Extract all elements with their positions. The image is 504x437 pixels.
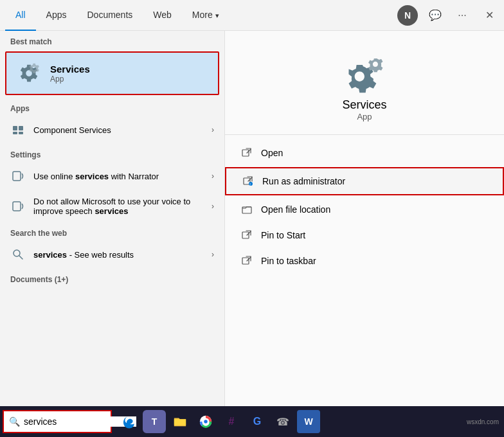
right-app-subtitle: App	[357, 112, 372, 121]
svg-rect-4	[13, 172, 21, 181]
close-icon[interactable]: ✕	[480, 6, 499, 25]
list-item-voice[interactable]: Do not allow Microsoft to use your voice…	[0, 190, 224, 222]
search-bar[interactable]: 🔍	[3, 410, 112, 433]
voice-icon	[10, 199, 26, 214]
best-match-label: Best match	[0, 31, 224, 49]
pin-start-menu-item[interactable]: Pin to Start	[225, 222, 504, 248]
search-icon: 🔍	[9, 416, 20, 427]
user-avatar[interactable]: N	[397, 5, 418, 26]
nav-right: N 💬 ··· ✕	[397, 5, 499, 26]
right-app-title: Services	[342, 98, 386, 112]
svg-point-21	[204, 420, 208, 424]
word-icon[interactable]: W	[297, 410, 320, 433]
nav-tabs: All Apps Documents Web More	[5, 0, 230, 31]
tab-web[interactable]: Web	[143, 0, 182, 31]
list-item-web-search[interactable]: services - See web results	[0, 240, 224, 269]
web-search-label: services - See web results	[33, 250, 212, 260]
arrow-icon	[212, 125, 214, 134]
left-panel: Best match Services App Apps	[0, 31, 225, 411]
tab-all[interactable]: All	[5, 0, 36, 31]
best-match-subtitle: App	[50, 75, 90, 84]
best-match-item[interactable]: Services App	[5, 51, 219, 95]
web-section-label: Search the web	[0, 222, 224, 240]
services-large-icon	[339, 57, 390, 98]
watermark: wsxdn.com	[467, 418, 499, 425]
list-item-narrator[interactable]: Use online services with Narrator	[0, 162, 224, 190]
svg-rect-0	[13, 126, 17, 130]
top-nav: All Apps Documents Web More N 💬 ··· ✕	[0, 0, 504, 31]
arrow-icon-3	[212, 202, 214, 211]
right-menu: Open ! Run as administrator	[225, 135, 504, 279]
svg-rect-3	[19, 132, 23, 134]
pin-taskbar-icon	[240, 254, 253, 267]
open-file-location-menu-item[interactable]: Open file location	[225, 197, 504, 222]
tab-documents[interactable]: Documents	[76, 0, 143, 31]
edge-icon[interactable]	[117, 410, 140, 433]
component-services-icon	[10, 122, 26, 138]
settings-section-label: Settings	[0, 144, 224, 162]
apps-section-label: Apps	[0, 98, 224, 116]
taskbar-icons: T # G ☎ W	[117, 410, 320, 433]
svg-rect-2	[13, 132, 17, 134]
pin-start-icon	[240, 229, 253, 242]
chevron-down-icon	[215, 10, 219, 20]
main-container: Best match Services App Apps	[0, 31, 504, 411]
open-icon	[240, 147, 253, 159]
slack-icon[interactable]: #	[220, 410, 243, 433]
svg-line-7	[19, 256, 22, 259]
google-search-icon[interactable]: G	[246, 410, 269, 433]
best-match-title: Services	[50, 64, 90, 75]
svg-rect-8	[242, 150, 249, 156]
run-admin-icon: !	[242, 175, 255, 188]
chrome-icon[interactable]	[194, 410, 217, 433]
narrator-icon	[10, 168, 26, 184]
run-as-admin-menu-item[interactable]: ! Run as administrator	[225, 167, 504, 195]
tab-apps[interactable]: Apps	[36, 0, 77, 31]
teams-icon[interactable]: T	[143, 410, 166, 433]
arrow-icon-2	[212, 172, 214, 181]
services-app-icon	[17, 60, 42, 86]
svg-rect-1	[19, 126, 23, 130]
svg-rect-15	[242, 232, 249, 238]
docs-section-label: Documents (1+)	[0, 269, 224, 287]
arrow-icon-4	[212, 250, 214, 259]
more-options-icon[interactable]: ···	[453, 6, 472, 25]
open-menu-item[interactable]: Open	[225, 140, 504, 166]
taskbar: 🔍 T # G	[0, 406, 504, 437]
feedback-icon[interactable]: 💬	[426, 6, 445, 25]
svg-rect-5	[13, 202, 21, 211]
list-item-component-services[interactable]: Component Services	[0, 116, 224, 144]
right-app-header: Services App	[225, 31, 504, 135]
narrator-label: Use online services with Narrator	[33, 172, 212, 181]
tab-more[interactable]: More	[182, 0, 230, 31]
file-location-icon	[240, 203, 253, 216]
voice-label: Do not allow Microsoft to use your voice…	[33, 197, 212, 216]
search-web-icon	[10, 247, 26, 262]
right-panel: Services App Open	[225, 31, 504, 411]
vpn-icon[interactable]: ☎	[271, 410, 294, 433]
component-services-label: Component Services	[33, 125, 212, 135]
explorer-icon[interactable]	[168, 410, 192, 433]
svg-rect-17	[242, 258, 249, 264]
pin-taskbar-menu-item[interactable]: Pin to taskbar	[225, 248, 504, 274]
